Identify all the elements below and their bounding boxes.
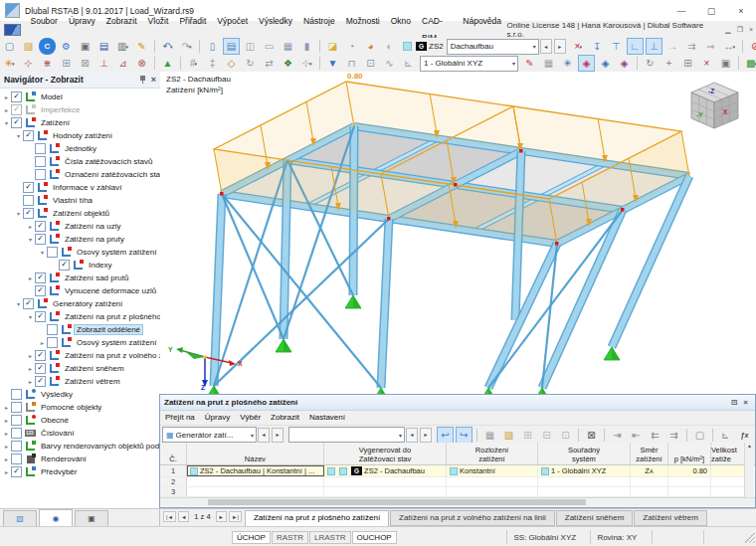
tree-item[interactable]: Zobrazit oddělené [0,323,160,336]
table-open-icon[interactable]: ▨ [500,427,517,444]
filter-combo[interactable]: ▾ [288,427,405,443]
next-generator-button[interactable]: ► [272,428,284,443]
view-panel-icon[interactable]: ▮ [298,38,315,55]
zoom-off-icon[interactable]: ⊘ [747,38,756,55]
tree-checkbox[interactable] [11,389,22,400]
table-row[interactable]: 3 [160,487,755,497]
delete-view-icon[interactable]: × [698,55,715,72]
tree-item[interactable]: ▾✓Zatížení na pruty [0,233,160,246]
tree-item[interactable]: ▸✓Zatížení na prut z volného zatí... [0,349,160,362]
tree-item[interactable]: ▸✓Předvýběr [0,465,160,478]
tree-checkbox[interactable]: ✓ [11,117,22,128]
jump-next-icon[interactable]: ↪ [456,427,472,444]
filter-loads-icon[interactable]: ×▾ [570,38,587,55]
tree-item[interactable]: ▸✓Zatížení sad prutů [0,272,160,284]
expand-arrow-icon[interactable]: ▾ [38,249,47,256]
row-number[interactable]: 1 [160,465,187,476]
mirror-icon[interactable]: ⇄ [261,55,278,72]
tree-checkbox[interactable]: ✓ [35,376,46,387]
print-icon[interactable]: ▥▾ [114,38,131,55]
clip-box-icon[interactable]: ⊡ [362,55,379,72]
ucs-icon[interactable]: ⊹▾ [298,55,315,72]
tree-checkbox[interactable] [11,428,22,439]
undo-icon[interactable]: ↶▾ [159,38,176,55]
table-cell[interactable]: ZS2 - Dachaufbau | Konstantní | ... [187,465,324,476]
workplane-yz-icon[interactable]: ◈ [597,55,614,72]
table-cell[interactable] [447,487,538,496]
table-cell[interactable] [711,465,748,476]
column-header[interactable]: Velikost zatíže [711,443,748,464]
snap-intersection-icon[interactable]: ⊠ [77,55,94,72]
copy-out-icon[interactable]: ⇤ [628,427,645,444]
minimize-button[interactable]: — [666,1,696,21]
tree-checkbox[interactable]: ✓ [35,273,46,283]
select-mode-icon[interactable]: ▲ [159,55,176,72]
row-right-icon[interactable]: ⇉ [665,427,682,444]
zoom-window-icon[interactable]: ⊞ [679,55,696,72]
table-cell[interactable] [631,487,668,496]
table-cell[interactable]: ZA [631,465,668,476]
snap-ortho-icon[interactable]: ⊗ [133,55,150,72]
panel-menu-p-ej-t-na[interactable]: Přejít na [160,411,200,425]
table-cell[interactable] [668,477,711,486]
table-view-icon[interactable]: ▦ [481,427,498,444]
table-row[interactable]: 1ZS2 - Dachaufbau | Konstantní | ...GZS2… [160,465,755,477]
generator-type-combo[interactable]: ▦ Generátor zatí... ▾ [162,427,257,443]
expand-arrow-icon[interactable]: ▸ [2,404,11,411]
tree-item[interactable]: ▸✓Zatížení větrem [0,375,160,388]
units-icon[interactable]: ⊾ [717,427,734,444]
column-header[interactable]: Název [187,443,324,464]
guideline-icon[interactable]: #▾ [185,55,202,72]
tree-item[interactable]: Výsledky [0,388,160,401]
tree-item[interactable]: ▸Pomocné objekty [0,401,160,414]
view-filter-icon[interactable]: ▼ [324,55,341,72]
snap-toggle-ouchop[interactable]: OUCHOP [352,531,397,544]
table-tab[interactable]: Zatížení sněhem [556,510,634,526]
tree-item[interactable]: ▾Osový systém zatížení [0,246,160,259]
tree-checkbox[interactable] [11,415,22,426]
tree-checkbox[interactable]: ✓ [35,311,46,322]
prev-generator-button[interactable]: ◄ [258,428,270,443]
tree-checkbox[interactable] [35,156,46,167]
snap-tangent-icon[interactable]: ⊿ [114,55,131,72]
render-wire-icon[interactable]: ◕ [362,38,379,55]
grid-settings-icon[interactable]: ▦ [540,55,557,72]
edit-doc-icon[interactable]: ✎ [133,38,150,55]
table-cell[interactable] [538,487,631,496]
copy-load-icon[interactable]: ⇉ [683,38,700,55]
open-folder-icon[interactable]: ▨ [20,38,37,55]
tree-checkbox[interactable]: ✓ [35,285,46,296]
panel-title-bar[interactable]: Zatížení na prut z plošného zatížení ⊡ × [160,395,755,411]
tree-item[interactable]: ▸Osový systém zatížení [0,336,160,349]
table-cell[interactable] [538,477,631,486]
table-tab[interactable]: Zatížení větrem [634,510,707,526]
measure-icon[interactable]: ‡ [204,55,221,72]
tree-checkbox[interactable] [23,195,34,206]
tree-item[interactable]: Označení zatěžovacích stavů [0,168,160,181]
table-tab[interactable]: Zatížení na prut z plošného zatížení [245,510,389,527]
expand-arrow-icon[interactable]: ▸ [2,417,11,424]
table-cell[interactable] [711,487,748,496]
clear-row-icon[interactable]: ⊡ [557,427,574,444]
snap-toggle-lrastr[interactable]: LRASTR [309,531,351,544]
expand-arrow-icon[interactable]: ▾ [26,313,35,320]
new-nodal-load-icon[interactable]: ↧ [589,38,606,55]
table-cell[interactable] [631,477,668,486]
snap-perp-icon[interactable]: ⊥ [95,55,112,72]
load-system-icon[interactable]: ⊥ [646,38,662,55]
view-tables-icon[interactable]: ▤ [223,38,240,55]
tree-checkbox[interactable]: ✓ [35,350,46,361]
column-header[interactable]: p [kN/m²] [668,443,711,464]
next-page-icon[interactable]: ► [216,511,227,522]
settings-gears-icon[interactable]: ⚙ [58,38,75,55]
navigator-tab-views[interactable]: ▣ [75,510,108,527]
expand-arrow-icon[interactable]: ▸ [26,352,35,359]
expand-arrow-icon[interactable]: ▸ [26,274,35,281]
expand-arrow-icon[interactable]: ▸ [26,378,35,385]
tree-checkbox[interactable] [35,169,46,180]
row-left-icon[interactable]: ⇇ [647,427,663,444]
tree-checkbox[interactable]: ✓ [23,130,34,141]
tree-checkbox[interactable]: ✓ [11,91,22,102]
new-member-load-icon[interactable]: ⊤ [608,38,625,55]
panel-menu-zobrazit[interactable]: Zobrazit [266,411,304,425]
